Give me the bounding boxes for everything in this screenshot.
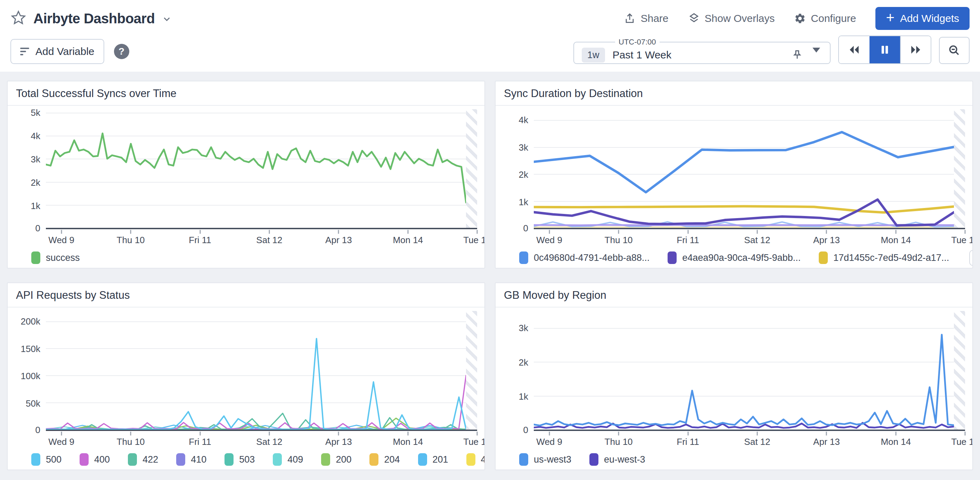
x-axis-tick <box>618 432 619 435</box>
legend-label: 0c49680d-4791-4ebb-a88... <box>534 252 649 263</box>
legend-swatch <box>273 453 282 466</box>
legend-item[interactable]: 403 <box>466 453 485 466</box>
page-title: Airbyte Dashboard <box>33 11 154 26</box>
x-axis-label: Wed 9 <box>536 235 562 246</box>
legend-item[interactable]: 200 <box>321 453 352 466</box>
configure-button[interactable]: Configure <box>794 13 856 24</box>
y-axis-label: 0 <box>523 424 528 435</box>
x-axis-tick <box>477 230 478 234</box>
x-axis-tick <box>61 432 62 435</box>
legend-label: 409 <box>287 454 303 465</box>
pin-icon <box>792 49 803 61</box>
title-chevron-down-icon[interactable] <box>162 11 172 26</box>
plot-area[interactable] <box>46 311 477 431</box>
timezone-label: UTC-07:00 <box>615 38 660 46</box>
filter-icon <box>20 48 29 55</box>
zoom-out-button[interactable] <box>939 37 970 64</box>
chart-legend: 500400422410503409200204201403+4 <box>8 448 477 469</box>
y-axis-label: 1k <box>31 201 40 212</box>
x-axis-tick <box>618 230 619 234</box>
x-axis-tick <box>965 230 966 234</box>
legend-swatch <box>31 453 40 466</box>
legend-swatch <box>176 453 185 466</box>
pause-icon <box>879 44 891 56</box>
legend-item[interactable]: 410 <box>176 453 207 466</box>
overlays-icon <box>688 13 700 24</box>
legend-label: 204 <box>384 454 399 465</box>
chart-canvas <box>46 311 477 430</box>
plot-area[interactable] <box>46 109 477 229</box>
y-axis-label: 0 <box>35 223 40 233</box>
legend-item[interactable]: 422 <box>128 453 158 466</box>
legend-item[interactable]: 503 <box>224 453 255 466</box>
legend-label: eu-west-3 <box>604 454 645 465</box>
x-axis-label: Fri 11 <box>189 437 211 447</box>
time-range-picker[interactable]: UTC-07:00 1w Past 1 Week <box>573 38 830 64</box>
add-variable-button[interactable]: Add Variable <box>10 39 104 64</box>
y-axis-label: 150k <box>21 343 40 354</box>
x-axis-label: Sat 12 <box>256 437 282 447</box>
series-extra-lavender <box>534 225 954 225</box>
playback-controls <box>838 35 931 64</box>
pause-button[interactable] <box>870 36 900 63</box>
y-axis-label: 3k <box>519 323 528 333</box>
y-axis-label: 50k <box>26 398 40 409</box>
series-us-west3 <box>534 335 954 426</box>
time-range-chip[interactable]: 1w <box>582 48 605 62</box>
legend-item[interactable]: 201 <box>418 453 448 466</box>
widget-title[interactable]: GB Moved by Region <box>496 283 972 308</box>
legend-item[interactable]: 204 <box>369 453 399 466</box>
x-axis: Wed 9Thu 10Fri 11Sat 12Apr 13Mon 14Tue 1… <box>46 431 477 448</box>
x-axis-tick <box>826 432 827 435</box>
plot-area[interactable] <box>534 109 965 229</box>
y-axis-label: 0 <box>523 223 528 233</box>
legend-item[interactable]: 17d1455c-7ed5-49d2-a17... <box>819 252 949 264</box>
legend-item[interactable]: success <box>31 252 80 264</box>
plot-area[interactable] <box>534 311 965 431</box>
legend-item[interactable]: us-west3 <box>519 453 571 466</box>
toolbar-left: Add Variable ? <box>10 39 129 64</box>
pin-time-button[interactable] <box>792 49 803 61</box>
legend-item[interactable]: eu-west-3 <box>589 453 645 466</box>
legend-item[interactable]: 500 <box>31 453 62 466</box>
time-controls: UTC-07:00 1w Past 1 Week <box>573 35 970 64</box>
show-overlays-button[interactable]: Show Overlays <box>688 13 775 24</box>
x-axis-tick <box>687 230 689 234</box>
legend-swatch <box>668 252 677 264</box>
widget-title[interactable]: Total Successful Syncs over Time <box>8 81 484 106</box>
x-axis-label: Fri 11 <box>677 235 699 246</box>
legend-item[interactable]: e4aea90a-90ca-49f5-9abb... <box>668 252 801 264</box>
step-forward-button[interactable] <box>900 36 931 63</box>
legend-more-badge[interactable]: +6 <box>969 250 973 266</box>
x-axis-tick <box>199 432 200 435</box>
legend-item[interactable]: 409 <box>273 453 303 466</box>
time-range-dropdown-button[interactable] <box>810 50 822 60</box>
legend-label: 500 <box>46 454 62 465</box>
help-icon[interactable]: ? <box>114 44 129 59</box>
favorite-star-icon[interactable] <box>10 10 26 27</box>
add-widgets-button[interactable]: + Add Widgets <box>875 7 970 30</box>
fast-forward-icon <box>910 44 922 56</box>
legend-swatch <box>224 453 234 466</box>
y-axis-label: 2k <box>519 357 528 368</box>
x-axis-label: Thu 10 <box>117 235 145 246</box>
share-button[interactable]: Share <box>624 13 668 24</box>
x-axis-label: Tue 15 <box>951 437 973 447</box>
y-axis-label: 2k <box>31 177 40 188</box>
y-axis-label: 1k <box>519 196 528 207</box>
title-row: Airbyte Dashboard Share Show Overlays Co… <box>10 5 970 32</box>
legend-label: 410 <box>191 454 207 465</box>
legend-swatch <box>466 453 476 466</box>
widget-total-successful-syncs: Total Successful Syncs over Time 01k2k3k… <box>7 81 485 268</box>
widget-title[interactable]: Sync Duration by Destination <box>496 81 972 106</box>
y-axis: 01k2k3k4k5k <box>8 109 46 229</box>
widget-api-requests: API Requests by Status 050k100k150k200k … <box>7 282 485 470</box>
widget-title[interactable]: API Requests by Status <box>8 283 484 308</box>
legend-swatch <box>519 453 528 466</box>
step-backward-button[interactable] <box>839 36 870 63</box>
x-axis-tick <box>407 230 408 234</box>
legend-item[interactable]: 400 <box>80 453 110 466</box>
legend-item[interactable]: 0c49680d-4791-4ebb-a88... <box>519 252 649 264</box>
legend-swatch <box>80 453 89 466</box>
series-400 <box>46 375 466 429</box>
